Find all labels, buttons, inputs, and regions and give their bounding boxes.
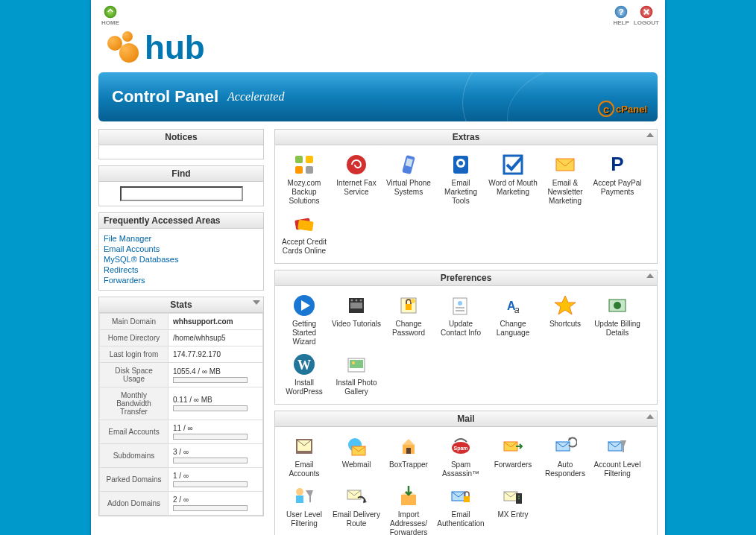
control-panel-banner: Control Panel Accelerated ccPanel [98, 72, 658, 121]
stats-row: Monthly Bandwidth Transfer0.11 / ∞ MB [100, 387, 263, 420]
item-label: Email Marketing Tools [436, 179, 485, 206]
group-title: Extras [275, 130, 657, 145]
svg-point-28 [411, 299, 415, 303]
collapse-icon[interactable] [646, 133, 654, 137]
faa-link[interactable]: Email Accounts [104, 244, 259, 254]
change-password-item[interactable]: Change Password [382, 291, 435, 349]
svg-rect-22 [350, 303, 362, 308]
svg-point-0 [104, 6, 117, 19]
import-addresses-item[interactable]: Import Addresses/ Forwarders [382, 481, 435, 535]
webmail-item[interactable]: Webmail [330, 431, 382, 481]
svg-rect-56 [296, 496, 303, 503]
auto-responders-item[interactable]: Auto Responders [539, 431, 591, 481]
item-label: Update Contact Info [436, 320, 485, 338]
item-label: Webmail [342, 460, 371, 469]
word-of-mouth-item[interactable]: Word of Mouth Marketing [487, 150, 539, 209]
frequently-accessed-box: Frequently Accessed Areas File ManagerEm… [98, 212, 264, 291]
svg-point-24 [356, 300, 358, 302]
help-label: HELP [613, 19, 629, 26]
newsletter-icon [553, 153, 577, 177]
mozy-backup-icon [292, 153, 316, 177]
photo-gallery-item[interactable]: Install Photo Gallery [330, 349, 382, 399]
shortcuts-item[interactable]: Shortcuts [539, 291, 591, 349]
email-auth-item[interactable]: Email Authentication [435, 481, 487, 535]
email-marketing-item[interactable]: Email Marketing Tools [435, 150, 487, 209]
forwarders-icon [501, 434, 525, 458]
svg-point-42 [352, 361, 355, 364]
mozy-backup-item[interactable]: Mozy.com Backup Solutions [278, 150, 330, 209]
banner-subtitle: Accelerated [227, 90, 284, 104]
email-accounts-item[interactable]: Email Accounts [278, 431, 330, 481]
stats-row: Disk Space Usage1055.4 / ∞ MB [100, 363, 263, 387]
stats-row: Parked Domains1 / ∞ [100, 468, 263, 492]
notices-title: Notices [99, 130, 263, 145]
collapse-icon[interactable] [646, 414, 654, 419]
faa-link[interactable]: Forwarders [104, 275, 259, 285]
home-button[interactable]: HOME [101, 4, 119, 26]
faa-link[interactable]: Redirects [104, 265, 259, 275]
billing-icon [605, 294, 629, 317]
account-filtering-item[interactable]: Account Level Filtering [591, 431, 643, 481]
getting-started-icon [292, 294, 316, 317]
item-label: Change Language [488, 320, 538, 338]
item-label: Email Authentication [436, 510, 485, 528]
item-label: Shortcuts [549, 320, 581, 329]
forwarders-item[interactable]: Forwarders [487, 431, 539, 481]
faa-link[interactable]: MySQL® Databases [104, 254, 259, 265]
user-filtering-item[interactable]: User Level Filtering [278, 481, 330, 535]
svg-rect-18 [297, 220, 314, 232]
cpanel-logo: ccPanel [598, 101, 647, 117]
virtual-phone-icon [397, 153, 420, 177]
collapse-icon[interactable] [646, 273, 654, 278]
svg-rect-48 [406, 448, 411, 454]
item-label: Internet Fax Service [332, 179, 381, 197]
faa-link[interactable]: File Manager [104, 233, 259, 244]
billing-item[interactable]: Update Billing Details [591, 291, 643, 349]
stats-row: Home Directory/home/whhsup5 [100, 330, 263, 346]
svg-rect-5 [306, 156, 313, 163]
internet-fax-icon [344, 153, 368, 177]
svg-rect-4 [295, 156, 303, 163]
paypal-item[interactable]: PAccept PayPal Payments [591, 150, 643, 209]
item-label: Spam Assassin™ [436, 460, 485, 478]
notices-box: Notices [98, 129, 264, 159]
video-tutorials-item[interactable]: Video Tutorials [330, 291, 382, 349]
getting-started-item[interactable]: Getting Started Wizard [278, 291, 330, 349]
video-tutorials-icon [344, 294, 368, 317]
item-label: Mozy.com Backup Solutions [280, 179, 329, 206]
mx-entry-item[interactable]: MX Entry [487, 481, 539, 535]
svg-text:?: ? [619, 7, 624, 16]
item-label: Update Billing Details [593, 320, 642, 338]
photo-gallery-icon [344, 352, 368, 376]
spam-assassin-item[interactable]: SpamSpam Assassin™ [435, 431, 487, 481]
item-label: Install WordPress [280, 379, 329, 396]
stats-row: Email Accounts11 / ∞ [100, 420, 263, 444]
collapse-icon[interactable] [253, 300, 260, 305]
svg-point-23 [351, 300, 353, 302]
boxtrapper-item[interactable]: BoxTrapper [382, 431, 435, 481]
help-button[interactable]: ? HELP [613, 4, 629, 26]
virtual-phone-item[interactable]: Virtual Phone Systems [382, 150, 435, 209]
item-label: Accept Credit Cards Online [280, 238, 329, 256]
newsletter-item[interactable]: Email & Newsletter Marketing [539, 150, 591, 209]
find-input[interactable] [120, 186, 243, 201]
logout-button[interactable]: LOGOUT [634, 4, 659, 26]
svg-text:P: P [611, 153, 623, 175]
svg-text:W: W [297, 358, 311, 373]
delivery-route-item[interactable]: Email Delivery Route [330, 481, 382, 535]
logout-icon [639, 4, 654, 19]
update-contact-item[interactable]: Update Contact Info [435, 291, 487, 349]
paypal-icon: P [605, 153, 629, 177]
svg-point-13 [459, 161, 463, 165]
item-label: Virtual Phone Systems [384, 179, 433, 197]
svg-rect-32 [456, 310, 464, 311]
internet-fax-item[interactable]: Internet Fax Service [330, 150, 382, 209]
wordpress-item[interactable]: WInstall WordPress [278, 349, 330, 399]
hub-logo: hub [106, 29, 650, 66]
svg-point-64 [518, 496, 520, 497]
svg-point-37 [614, 302, 621, 309]
stats-box: Stats Main Domainwhhsupport.comHome Dire… [98, 297, 264, 516]
change-language-item[interactable]: AaChange Language [487, 291, 539, 349]
logout-label: LOGOUT [634, 19, 659, 26]
credit-cards-item[interactable]: Accept Credit Cards Online [278, 209, 330, 259]
